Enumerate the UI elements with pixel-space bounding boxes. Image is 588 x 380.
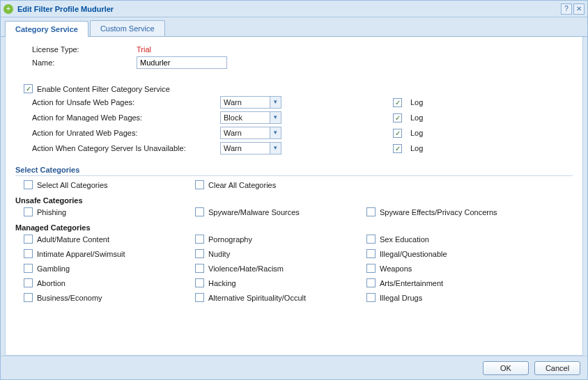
select-all-checkbox[interactable] <box>24 180 33 189</box>
license-type-label: License Type: <box>32 45 137 54</box>
cat-phishing-label: Phishing <box>37 208 66 216</box>
cat-spyware-src-checkbox[interactable] <box>195 207 204 216</box>
cat-intimate-checkbox[interactable] <box>24 249 33 258</box>
log-managed-label: Log <box>410 113 423 122</box>
ok-button[interactable]: OK <box>483 361 529 375</box>
cat-weapons-checkbox[interactable] <box>366 264 376 273</box>
clear-all-checkbox[interactable] <box>195 180 204 189</box>
cat-nudity-checkbox[interactable] <box>195 249 204 258</box>
cat-nudity-label: Nudity <box>208 250 230 258</box>
cat-spyware-src-label: Spyware/Malware Sources <box>208 208 300 216</box>
cancel-button[interactable]: Cancel <box>534 361 580 375</box>
enable-service-label: Enable Content Filter Category Service <box>37 85 170 93</box>
cat-sexed-checkbox[interactable] <box>366 235 376 244</box>
titlebar: + Edit Filter Profile Mudurler ? ✕ <box>1 1 587 17</box>
log-unrated-label: Log <box>410 129 423 137</box>
log-unsafe-checkbox[interactable] <box>393 98 402 107</box>
cat-gambling-checkbox[interactable] <box>24 264 33 273</box>
chevron-down-icon[interactable]: ▾ <box>270 112 281 123</box>
name-field[interactable] <box>137 56 227 69</box>
dialog-window: + Edit Filter Profile Mudurler ? ✕ Categ… <box>0 0 588 380</box>
action-unrated-value: Warn <box>221 127 270 138</box>
action-unrated-combo[interactable]: Warn ▾ <box>220 127 281 139</box>
action-managed-value: Block <box>221 112 270 123</box>
cat-adult-label: Adult/Mature Content <box>37 235 109 244</box>
action-unavailable-label: Action When Category Server Is Unavailab… <box>32 144 220 152</box>
log-managed-checkbox[interactable] <box>393 113 402 122</box>
cat-gambling-label: Gambling <box>37 264 70 273</box>
cat-illegal-label: Illegal/Questionable <box>380 250 447 258</box>
cat-business-checkbox[interactable] <box>24 293 33 302</box>
action-unsafe-combo[interactable]: Warn ▾ <box>220 96 281 109</box>
log-unavailable-label: Log <box>410 144 423 152</box>
cat-porn-label: Pornography <box>208 235 252 244</box>
section-select-categories: Select Categories <box>15 161 573 176</box>
enable-service-checkbox[interactable] <box>24 84 33 93</box>
plus-icon: + <box>3 4 13 14</box>
name-label: Name: <box>32 58 137 67</box>
cat-hacking-checkbox[interactable] <box>195 278 204 287</box>
cat-altspirit-checkbox[interactable] <box>195 293 204 302</box>
tab-category-service[interactable]: Category Service <box>5 21 88 37</box>
cat-arts-checkbox[interactable] <box>366 278 376 287</box>
cat-porn-checkbox[interactable] <box>195 235 204 244</box>
cat-sexed-label: Sex Education <box>380 235 429 244</box>
help-button[interactable]: ? <box>561 3 572 15</box>
action-unrated-label: Action for Unrated Web Pages: <box>32 129 220 137</box>
cat-drugs-checkbox[interactable] <box>366 293 376 302</box>
log-unrated-checkbox[interactable] <box>393 129 402 138</box>
unsafe-categories-head: Unsafe Categories <box>15 196 573 205</box>
cat-hacking-label: Hacking <box>208 279 236 287</box>
cat-illegal-checkbox[interactable] <box>366 249 376 258</box>
tab-custom-service[interactable]: Custom Service <box>90 20 165 36</box>
cat-spyware-eff-label: Spyware Effects/Privacy Concerns <box>380 208 497 216</box>
tabstrip: Category Service Custom Service <box>1 17 587 36</box>
content-area: License Type: Trial Name: Enable Content… <box>5 37 583 356</box>
cat-spyware-eff-checkbox[interactable] <box>366 207 376 216</box>
managed-categories-head: Managed Categories <box>15 223 573 232</box>
action-managed-label: Action for Managed Web Pages: <box>32 113 220 122</box>
log-unavailable-checkbox[interactable] <box>393 144 402 153</box>
cat-abortion-checkbox[interactable] <box>24 278 33 287</box>
chevron-down-icon[interactable]: ▾ <box>270 143 281 154</box>
action-managed-combo[interactable]: Block ▾ <box>220 111 281 124</box>
footer: OK Cancel <box>1 356 587 379</box>
cat-phishing-checkbox[interactable] <box>24 207 33 216</box>
cat-altspirit-label: Alternative Spirituality/Occult <box>208 294 306 302</box>
cat-weapons-label: Weapons <box>380 264 412 273</box>
cat-violence-checkbox[interactable] <box>195 264 204 273</box>
action-unsafe-label: Action for Unsafe Web Pages: <box>32 98 220 106</box>
log-unsafe-label: Log <box>410 98 423 106</box>
cat-abortion-label: Abortion <box>37 279 65 287</box>
license-type-value: Trial <box>137 45 151 54</box>
cat-arts-label: Arts/Entertainment <box>380 279 443 287</box>
action-unsafe-value: Warn <box>221 97 270 108</box>
clear-all-label: Clear All Categories <box>208 181 276 189</box>
close-button[interactable]: ✕ <box>573 3 585 15</box>
scrollpane[interactable]: License Type: Trial Name: Enable Content… <box>6 37 582 355</box>
cat-business-label: Business/Economy <box>37 294 102 302</box>
chevron-down-icon[interactable]: ▾ <box>270 127 281 138</box>
action-unavailable-combo[interactable]: Warn ▾ <box>220 142 281 155</box>
select-all-label: Select All Categories <box>37 181 108 189</box>
cat-intimate-label: Intimate Apparel/Swimsuit <box>37 250 125 258</box>
dialog-title: Edit Filter Profile Mudurler <box>17 5 559 13</box>
action-unavailable-value: Warn <box>221 143 270 154</box>
chevron-down-icon[interactable]: ▾ <box>270 97 281 108</box>
cat-adult-checkbox[interactable] <box>24 235 33 244</box>
cat-drugs-label: Illegal Drugs <box>380 294 422 302</box>
cat-violence-label: Violence/Hate/Racism <box>208 264 284 273</box>
